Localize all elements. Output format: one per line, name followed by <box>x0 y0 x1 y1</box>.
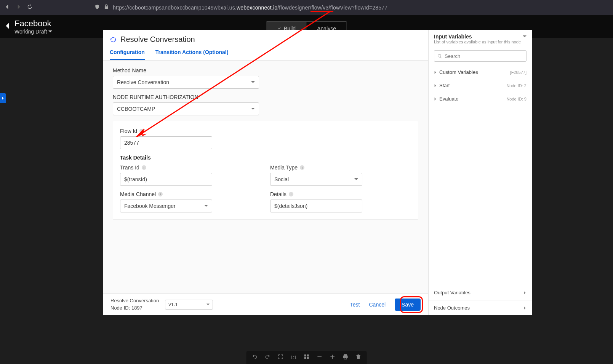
flowid-input[interactable] <box>120 136 212 149</box>
method-name-row: Method Name Resolve Conversation <box>113 67 418 89</box>
chevron-right-icon <box>434 84 437 87</box>
output-label: Output Variables <box>434 290 471 295</box>
left-rail-expand[interactable] <box>0 93 6 103</box>
back-chevron-icon[interactable] <box>4 22 12 32</box>
side-title-row[interactable]: Input Variables <box>434 34 527 40</box>
url-post: /flowdesigner/flow/v3/flowView?flowId=28… <box>277 5 387 11</box>
tree-meta: Node ID: 9 <box>506 97 527 101</box>
tree-row-evaluate[interactable]: Evaluate Node ID: 9 <box>429 92 532 105</box>
config-panel: Flow Idi Task Details Trans Idi Media Ty… <box>113 121 418 220</box>
mediachannel-col: Media Channeli Facebook Messenger <box>120 191 261 212</box>
save-button[interactable]: Save <box>395 299 421 311</box>
info-icon[interactable]: i <box>158 192 163 196</box>
undo-icon[interactable] <box>251 354 258 361</box>
chevron-down-icon <box>206 303 210 306</box>
redo-icon[interactable] <box>264 354 270 361</box>
trash-icon[interactable] <box>355 354 362 361</box>
modal-header: Resolve Conversation <box>103 30 428 44</box>
method-name-value: Resolve Conversation <box>117 79 169 85</box>
url-text: https://ccbootcampsandboxccbcamp1049wbxa… <box>113 5 387 11</box>
chevron-down-icon <box>354 176 358 182</box>
mediachannel-label-text: Media Channel <box>120 191 156 197</box>
auth-select[interactable]: CCBOOTCAMP <box>113 102 259 115</box>
grid-icon[interactable] <box>304 354 310 361</box>
tree-row-start[interactable]: Start Node ID: 2 <box>429 79 532 92</box>
side-search-input[interactable] <box>445 53 523 59</box>
footer-node-name: Resolve Conversation <box>110 297 159 304</box>
test-button[interactable]: Test <box>350 302 360 308</box>
shield-icon <box>94 4 100 11</box>
chevron-down-icon <box>523 35 527 38</box>
side-bottom: Output Variables Node Outcomes <box>429 285 532 315</box>
nav-arrows <box>4 3 33 12</box>
footer-node-id: Node ID: 1897 <box>110 305 159 311</box>
browser-toolbar: https://ccbootcampsandboxccbcamp1049wbxa… <box>0 0 613 15</box>
input-variables-panel: Input Variables List of variables availa… <box>428 30 532 315</box>
cancel-button[interactable]: Cancel <box>369 302 386 308</box>
footer-actions: Test Cancel Save <box>350 299 421 311</box>
node-icon <box>110 36 117 43</box>
version-select[interactable]: v1.1 <box>165 300 213 310</box>
mediatype-label-text: Media Type <box>270 164 298 171</box>
zoom-ratio: 1:1 <box>290 355 297 360</box>
chevron-right-icon <box>434 97 437 101</box>
minus-icon[interactable] <box>317 354 323 361</box>
transid-col: Trans Idi <box>120 164 261 186</box>
task-row1: Trans Idi Media Typei Social <box>120 164 411 186</box>
flow-title-block: Facebook Working Draft <box>14 19 52 35</box>
canvas-toolbar: 1:1 <box>246 351 367 364</box>
tree-meta: [F28577] <box>510 70 527 75</box>
back-icon[interactable] <box>4 3 11 12</box>
info-icon[interactable]: i <box>139 129 144 133</box>
modal-footer: Resolve Conversation Node ID: 1897 v1.1 … <box>103 293 428 315</box>
tree-label: Custom Variables <box>439 69 478 75</box>
task-row2: Media Channeli Facebook Messenger Detail… <box>120 191 411 212</box>
url-bar[interactable]: https://ccbootcampsandboxccbcamp1049wbxa… <box>37 4 609 11</box>
chevron-down-icon <box>251 106 255 112</box>
mediatype-select[interactable]: Social <box>270 173 362 186</box>
lock-icon <box>104 4 109 11</box>
details-input[interactable] <box>270 200 362 212</box>
node-config-modal: Resolve Conversation Configuration Trans… <box>103 30 532 315</box>
mediachannel-value: Facebook Messenger <box>124 203 176 209</box>
outcomes-label: Node Outcomes <box>434 305 470 311</box>
mediachannel-label: Media Channeli <box>120 191 261 197</box>
flow-status-label: Working Draft <box>14 29 47 35</box>
node-outcomes-section[interactable]: Node Outcomes <box>429 300 532 315</box>
reload-icon[interactable] <box>27 4 33 11</box>
chevron-down-icon <box>251 79 255 85</box>
side-search[interactable] <box>434 50 527 62</box>
transid-input[interactable] <box>120 173 212 186</box>
auth-row: NODE RUNTIME AUTHORIZATION CCBOOTCAMP <box>113 94 418 115</box>
tab-configuration[interactable]: Configuration <box>110 49 145 60</box>
annotation-underline <box>311 11 333 12</box>
flow-name: Facebook <box>14 19 52 29</box>
forward-icon <box>15 3 22 12</box>
chevron-right-icon <box>523 291 527 294</box>
info-icon[interactable]: i <box>300 165 304 170</box>
info-icon[interactable]: i <box>289 192 293 196</box>
print-icon[interactable] <box>343 354 349 361</box>
tree-row-custom[interactable]: Custom Variables [F28577] <box>429 65 532 79</box>
auth-label: NODE RUNTIME AUTHORIZATION <box>113 94 418 100</box>
plus-icon[interactable] <box>330 354 336 361</box>
fit-icon[interactable] <box>277 354 283 361</box>
flowid-label: Flow Idi <box>120 128 411 134</box>
info-icon[interactable]: i <box>142 165 146 170</box>
url-pre: https://ccbootcampsandboxccbcamp1049wbxa… <box>113 5 237 11</box>
tab-transition-actions[interactable]: Transition Actions (Optional) <box>155 49 229 60</box>
svg-point-0 <box>111 37 115 42</box>
mediachannel-select[interactable]: Facebook Messenger <box>120 200 212 212</box>
chevron-right-icon <box>434 71 437 74</box>
side-subtitle: List of variables available as input for… <box>434 40 527 44</box>
modal-main: Resolve Conversation Configuration Trans… <box>103 30 428 315</box>
flow-status[interactable]: Working Draft <box>14 29 52 35</box>
output-variables-section[interactable]: Output Variables <box>429 285 532 300</box>
chevron-right-icon <box>523 307 527 310</box>
tree-label: Evaluate <box>439 96 459 102</box>
task-details-title: Task Details <box>120 155 411 161</box>
transid-label-text: Trans Id <box>120 164 139 171</box>
url-domain: webexconnect.io <box>237 5 277 11</box>
method-name-select[interactable]: Resolve Conversation <box>113 76 259 89</box>
mediatype-col: Media Typei Social <box>270 164 411 186</box>
